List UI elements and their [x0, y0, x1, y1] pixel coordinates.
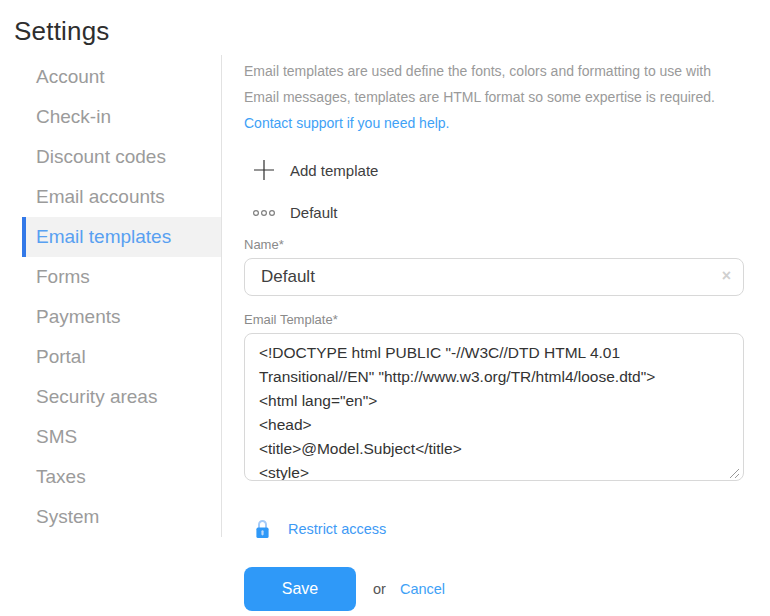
panel-description: Email templates are used define the font…	[244, 58, 749, 110]
sidebar-item-check-in[interactable]: Check-in	[22, 97, 221, 137]
template-list-item-default[interactable]: Default	[244, 204, 770, 221]
template-item-label: Default	[290, 204, 338, 221]
name-input-wrap: ×	[244, 258, 744, 296]
sidebar-item-account[interactable]: Account	[22, 57, 221, 97]
sidebar-item-payments[interactable]: Payments	[22, 297, 221, 337]
restrict-access-label: Restrict access	[288, 521, 386, 537]
add-template-label: Add template	[290, 162, 378, 179]
plus-icon	[254, 160, 274, 180]
name-input[interactable]	[244, 258, 744, 296]
name-field-label: Name*	[244, 237, 770, 252]
add-template-button[interactable]: Add template	[244, 160, 770, 180]
drag-handle-icon	[252, 208, 276, 218]
sidebar-item-system[interactable]: System	[22, 497, 221, 537]
sidebar-item-portal[interactable]: Portal	[22, 337, 221, 377]
sidebar-item-taxes[interactable]: Taxes	[22, 457, 221, 497]
sidebar-item-security-areas[interactable]: Security areas	[22, 377, 221, 417]
settings-sidebar: Account Check-in Discount codes Email ac…	[0, 55, 222, 537]
or-label: or	[373, 581, 386, 597]
contact-support-link[interactable]: Contact support if you need help.	[244, 110, 449, 136]
sidebar-item-email-templates[interactable]: Email templates	[22, 217, 221, 257]
template-textarea-wrap: <!DOCTYPE html PUBLIC "-//W3C//DTD HTML …	[244, 333, 744, 485]
clear-input-icon[interactable]: ×	[722, 268, 731, 284]
sidebar-item-discount-codes[interactable]: Discount codes	[22, 137, 221, 177]
header: Settings	[0, 0, 770, 55]
sidebar-item-sms[interactable]: SMS	[22, 417, 221, 457]
save-button[interactable]: Save	[244, 567, 356, 611]
page-title: Settings	[14, 16, 770, 47]
cancel-link[interactable]: Cancel	[400, 581, 445, 597]
template-field-label: Email Template*	[244, 312, 770, 327]
sidebar-item-email-accounts[interactable]: Email accounts	[22, 177, 221, 217]
form-actions: Save or Cancel	[244, 567, 770, 611]
resize-handle-icon[interactable]	[729, 468, 740, 479]
sidebar-item-forms[interactable]: Forms	[22, 257, 221, 297]
restrict-access-button[interactable]: Restrict access	[244, 519, 770, 539]
email-template-textarea[interactable]: <!DOCTYPE html PUBLIC "-//W3C//DTD HTML …	[244, 333, 744, 481]
email-templates-panel: Email templates are used define the font…	[222, 55, 770, 611]
content: Account Check-in Discount codes Email ac…	[0, 55, 770, 611]
lock-icon	[254, 519, 271, 539]
